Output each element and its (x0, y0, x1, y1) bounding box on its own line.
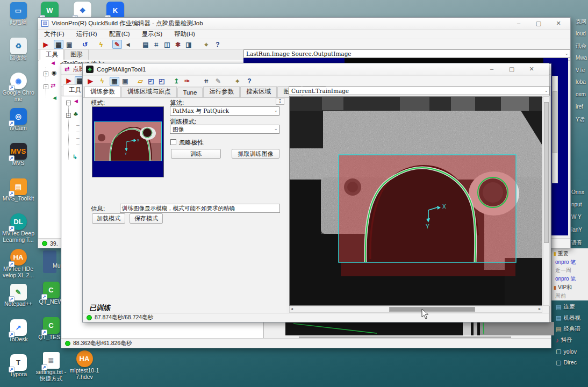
truncated-icon-label[interactable]: 克网 (576, 18, 588, 31)
tree-expand-box[interactable]: − (66, 101, 71, 105)
toolbar-button[interactable]: ⌖ (202, 40, 211, 49)
grab-train-image-button[interactable]: 抓取训练图像 (232, 149, 279, 159)
truncated-icon-label[interactable]: 讯会 (576, 42, 588, 55)
expand-chevrons-button[interactable]: ▾▾ (276, 98, 284, 105)
desktop-item[interactable]: ▤ 机器视 (556, 313, 588, 324)
desktop-item[interactable]: ▢ yolov (556, 346, 588, 357)
minimize-button[interactable]: – (484, 64, 499, 74)
toolbar-button[interactable]: ? (245, 77, 254, 86)
scroll-left-arrow[interactable]: ◂ (291, 306, 293, 311)
maximize-button[interactable]: ▢ (531, 19, 546, 28)
desktop-icon[interactable]: ♻ 回收站 (1, 38, 36, 73)
close-button[interactable]: ✕ (524, 64, 539, 74)
algorithm-select[interactable]: PatMax 与 PatQuick ⌄ (170, 106, 279, 116)
scrollbar-thumb[interactable] (389, 307, 475, 312)
scrollbar-thumb[interactable] (553, 91, 557, 153)
panel-row[interactable]: onpro 笔 (554, 258, 588, 267)
toolbar-button[interactable]: ✱ (173, 40, 183, 49)
pattern-thumbnail[interactable]: X Y (92, 106, 164, 177)
desktop-icon[interactable]: ▭ 此电脑 (1, 2, 36, 38)
toolbar-button[interactable]: ▶ (85, 77, 95, 86)
toolbar-button[interactable]: ▣ (120, 77, 130, 86)
desktop-item[interactable]: ♪ 抖音 (556, 335, 588, 346)
toolbar-button[interactable]: ▶ (41, 40, 51, 49)
train-image-view[interactable]: X Y (289, 96, 542, 306)
truncated-icon-label[interactable]: Mwa (576, 55, 588, 67)
minimize-button[interactable]: – (511, 19, 526, 28)
truncated-icon-label[interactable]: oxm (576, 91, 588, 104)
tab[interactable]: 运行参数 (203, 86, 240, 97)
toolbar-button[interactable]: ▤ (141, 40, 150, 49)
truncated-icon-label[interactable]: loud (576, 31, 588, 43)
desktop-icon[interactable]: HA mlptest10-1 7.hdev (67, 350, 102, 380)
truncated-icon-label[interactable]: W Y (571, 214, 588, 226)
scrollbar-thumb[interactable] (544, 102, 549, 243)
toolbar-button[interactable]: ⌗ (202, 77, 211, 86)
toolbar-button[interactable]: ↺ (80, 40, 90, 49)
job-image-strip[interactable] (285, 322, 554, 335)
truncated-icon-label[interactable]: loba (576, 79, 588, 91)
menu-item[interactable]: 文件(F) (38, 30, 70, 38)
tab[interactable]: 训练参数 (84, 86, 121, 97)
toolbar-button[interactable]: ◨ (184, 40, 193, 49)
tab[interactable]: 搜索区域 (240, 86, 277, 97)
menu-item[interactable]: 运行(R) (70, 30, 103, 38)
desktop-item[interactable]: ▢ Direc (556, 357, 588, 368)
vertical-scrollbar[interactable] (552, 76, 558, 183)
toolbar-button[interactable]: ϟ (97, 77, 107, 86)
tab[interactable]: 训练区域与原点 (121, 86, 177, 97)
desktop-icon[interactable]: ◉ Google Chro me (1, 73, 36, 108)
truncated-icon-label[interactable]: iref (576, 104, 588, 116)
desktop-icon[interactable]: DL MVTec Deep Learning T... (1, 213, 36, 249)
toolbar-button[interactable]: ▦ (54, 40, 63, 49)
save-pattern-button[interactable]: 保存模式 (130, 213, 163, 224)
ignore-polarity-checkbox[interactable] (170, 139, 176, 145)
toolbar-button[interactable]: ✑ (182, 77, 192, 86)
maximize-button[interactable]: ▢ (504, 64, 519, 74)
desktop-icon[interactable]: MVS MVS (1, 143, 36, 178)
train-button[interactable]: 训练 (171, 149, 221, 159)
tree-subitem[interactable]: ‒ (76, 128, 80, 134)
horizontal-scrollbar[interactable]: ◂ ▸ (289, 306, 542, 313)
desktop-item[interactable]: ▤ 经典语 (556, 324, 588, 335)
trainmode-select[interactable]: 图像 ⌄ (170, 125, 279, 134)
tree-subitem[interactable]: ‒ (76, 121, 80, 128)
desktop-icon[interactable]: ↗ ToDesk (1, 319, 36, 355)
scroll-right-arrow[interactable]: ▸ (539, 306, 541, 311)
desktop-icon[interactable]: ◎ iVCam (1, 108, 36, 144)
toolbar-button[interactable]: ⌗ (152, 40, 161, 49)
menu-item[interactable]: 帮助(H) (168, 30, 201, 38)
toolbar-button[interactable]: ▣ (64, 40, 74, 49)
toolbar-button[interactable]: ⌖ (233, 77, 242, 86)
truncated-icon-label[interactable]: Onnx (571, 189, 588, 202)
truncated-icon-label[interactable]: VTe (576, 67, 588, 80)
toolbar-button[interactable]: ▦ (110, 77, 119, 86)
menu-item[interactable]: 配置(C) (103, 30, 136, 38)
toolbar-button[interactable]: ? (213, 40, 223, 49)
close-button[interactable]: ✕ (551, 19, 566, 28)
panel-row[interactable]: ▮ VIP和 (554, 283, 588, 292)
desktop-icon[interactable]: ✎ Notepad++ (1, 284, 36, 319)
toolbar-button[interactable]: ✎ (213, 77, 223, 86)
toolbar-button[interactable]: ↥ (171, 77, 181, 86)
desktop-icon[interactable]: T Typora (1, 354, 36, 387)
display-image-selector[interactable]: LastRun.Image Source.OutputImage ⌄ (243, 49, 570, 58)
toolbar-button[interactable]: ϟ (96, 40, 106, 49)
quickbuild-titlebar[interactable]: ▤ VisionPro(R) QuickBuild 作业编辑器 - 点胶质量检测… (38, 18, 570, 30)
panel-row[interactable]: 近一周 (554, 267, 588, 275)
toolbar-button[interactable]: ◫ (162, 40, 172, 49)
truncated-icon-label[interactable]: nput (571, 202, 588, 214)
panel-row[interactable]: 周前 (554, 292, 588, 300)
menu-item[interactable]: 显示(S) (136, 30, 168, 38)
train-image-selector[interactable]: Current.TrainImage ⌄ (289, 87, 550, 95)
desktop-icon[interactable]: ▤ MVS_Toolkit (1, 178, 36, 214)
panel-row[interactable]: onpro 笔 (554, 275, 588, 283)
tab[interactable]: 工具 (40, 49, 64, 60)
toolbar-button[interactable]: ✎ (112, 40, 122, 49)
partial-desktop-icon[interactable] (43, 250, 56, 273)
tree-subitem[interactable]: ‒ (76, 141, 80, 147)
toolbar-button[interactable]: ▱ (135, 77, 145, 86)
toolbar-button[interactable]: ◰ (157, 77, 167, 86)
truncated-icon-label[interactable]: ianY (571, 227, 588, 239)
truncated-icon-label[interactable]: Y话 (576, 116, 588, 128)
